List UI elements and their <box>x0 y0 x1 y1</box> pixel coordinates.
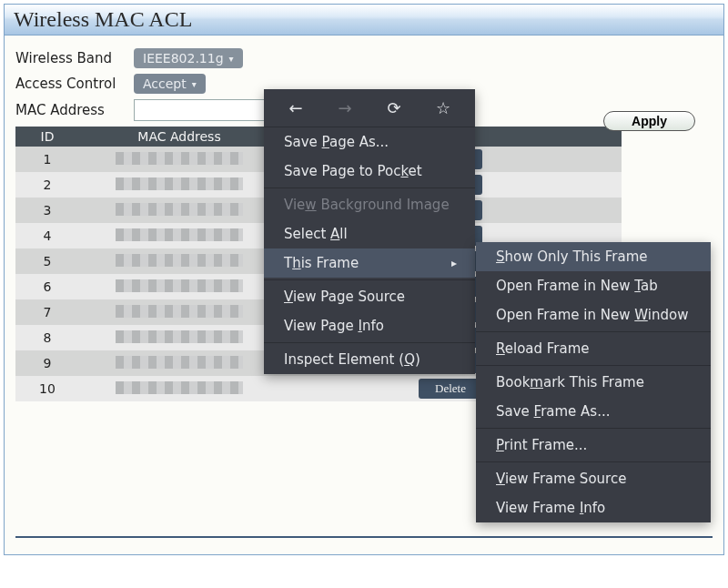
sub-open-frame-new-tab[interactable]: Open Frame in New Tab <box>476 271 711 300</box>
separator <box>264 342 475 343</box>
chevron-down-icon: ▾ <box>192 79 197 89</box>
row-id: 5 <box>15 248 79 274</box>
separator <box>476 331 711 332</box>
mac-address-label: MAC Address <box>15 102 134 118</box>
separator <box>264 188 475 188</box>
row-id: 10 <box>15 376 79 401</box>
sub-reload-frame[interactable]: Reload Frame <box>476 334 711 363</box>
redacted-mac <box>116 356 243 369</box>
apply-button[interactable]: Apply <box>603 111 695 131</box>
sub-bookmark-this-frame[interactable]: Bookmark This Frame <box>476 368 711 397</box>
ctx-view-bg-image: View Background Image <box>264 190 475 219</box>
row-mac <box>79 350 279 376</box>
row-id: 3 <box>15 198 79 223</box>
row-id: 8 <box>15 325 79 350</box>
th-id: ID <box>15 127 79 147</box>
ctx-view-page-info[interactable]: View Page Info <box>264 311 475 340</box>
sub-save-frame-as[interactable]: Save Frame As... <box>476 397 711 426</box>
reload-icon[interactable]: ⟳ <box>385 98 403 117</box>
separator <box>476 428 711 429</box>
ctx-save-page-as[interactable]: Save Page As... <box>264 127 475 157</box>
row-id: 1 <box>15 147 79 172</box>
sub-open-frame-new-window[interactable]: Open Frame in New Window <box>476 300 711 329</box>
separator <box>476 461 711 462</box>
ctx-this-frame[interactable]: This Frame▸ <box>264 248 475 278</box>
redacted-mac <box>116 305 243 318</box>
bookmark-star-icon[interactable]: ☆ <box>434 98 452 117</box>
th-mac: MAC Address <box>79 127 279 147</box>
band-value: IEEE802.11g <box>143 51 224 66</box>
context-submenu-this-frame: Show Only This Frame Open Frame in New T… <box>476 242 711 522</box>
ctx-inspect-element[interactable]: Inspect Element (Q) <box>264 345 475 374</box>
row-id: 9 <box>15 350 79 376</box>
ac-value: Accept <box>143 76 187 91</box>
delete-button[interactable]: Delete <box>419 379 482 399</box>
bottom-divider <box>15 536 713 538</box>
row-mac <box>79 325 279 350</box>
ctx-view-page-source[interactable]: View Page Source <box>264 282 475 311</box>
row-id: 6 <box>15 274 79 299</box>
page-title: Wireless MAC ACL <box>5 5 723 35</box>
wireless-band-select[interactable]: IEEE802.11g ▾ <box>134 48 243 68</box>
ctx-save-to-pocket[interactable]: Save Page to Pocket <box>264 157 475 186</box>
row-id: 7 <box>15 299 79 325</box>
row-mac <box>79 299 279 325</box>
context-menu: ← → ⟳ ☆ Save Page As... Save Page to Poc… <box>264 89 475 374</box>
row-id: 2 <box>15 172 79 198</box>
separator <box>476 365 711 366</box>
redacted-mac <box>116 381 243 394</box>
access-control-label: Access Control <box>15 76 134 92</box>
row-mac <box>79 248 279 274</box>
ctx-select-all[interactable]: Select All <box>264 219 475 248</box>
row-id: 4 <box>15 223 79 248</box>
row-mac <box>79 147 279 172</box>
nav-forward-icon[interactable]: → <box>336 98 354 117</box>
redacted-mac <box>116 177 243 190</box>
row-mac <box>79 274 279 299</box>
nav-back-icon[interactable]: ← <box>287 98 305 117</box>
submenu-arrow-icon: ▸ <box>451 257 457 269</box>
sub-print-frame[interactable]: Print Frame... <box>476 431 711 460</box>
redacted-mac <box>116 279 243 292</box>
sub-view-frame-info[interactable]: View Frame Info <box>476 493 711 522</box>
row-mac <box>79 376 279 401</box>
sub-show-only-this-frame[interactable]: Show Only This Frame <box>476 242 711 271</box>
chevron-down-icon: ▾ <box>229 54 234 64</box>
row-mac <box>79 172 279 198</box>
band-label: Wireless Band <box>15 50 134 66</box>
access-control-select[interactable]: Accept ▾ <box>134 74 206 94</box>
redacted-mac <box>116 330 243 343</box>
row-mac <box>79 223 279 248</box>
redacted-mac <box>116 228 243 241</box>
redacted-mac <box>116 254 243 267</box>
row-mac <box>79 198 279 223</box>
redacted-mac <box>116 152 243 165</box>
redacted-mac <box>116 203 243 216</box>
separator <box>264 279 475 280</box>
sub-view-frame-source[interactable]: View Frame Source <box>476 464 711 493</box>
